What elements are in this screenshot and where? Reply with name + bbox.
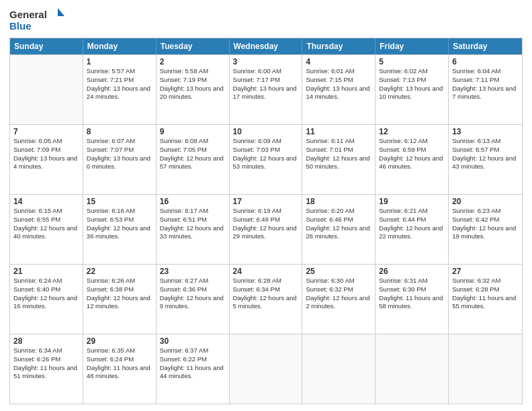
day-number: 11 — [306, 127, 371, 136]
day-info: Sunrise: 6:00 AMSunset: 7:17 PMDaylight:… — [233, 67, 299, 101]
week-row-2: 7Sunrise: 6:05 AMSunset: 7:09 PMDaylight… — [10, 124, 522, 194]
day-info: Sunrise: 6:15 AMSunset: 6:55 PMDaylight:… — [13, 207, 79, 241]
calendar-cell: 21Sunrise: 6:24 AMSunset: 6:40 PMDayligh… — [10, 265, 83, 334]
calendar-cell: 13Sunrise: 6:13 AMSunset: 6:57 PMDayligh… — [449, 125, 522, 194]
day-number: 14 — [13, 197, 79, 206]
day-info: Sunrise: 6:09 AMSunset: 7:03 PMDaylight:… — [233, 137, 299, 171]
header-day-thursday: Thursday — [302, 38, 375, 54]
day-number: 29 — [87, 336, 152, 346]
day-info: Sunrise: 6:17 AMSunset: 6:51 PMDaylight:… — [160, 207, 226, 241]
day-number: 26 — [379, 267, 445, 276]
day-number: 13 — [452, 127, 519, 136]
calendar-cell: 24Sunrise: 6:28 AMSunset: 6:34 PMDayligh… — [230, 265, 303, 334]
day-number: 8 — [87, 127, 152, 136]
calendar-cell: 19Sunrise: 6:21 AMSunset: 6:44 PMDayligh… — [375, 195, 449, 264]
header-day-sunday: Sunday — [10, 38, 83, 54]
day-number: 4 — [306, 57, 371, 66]
calendar-cell — [10, 55, 83, 124]
day-info: Sunrise: 6:19 AMSunset: 6:49 PMDaylight:… — [233, 207, 299, 241]
calendar-cell: 6Sunrise: 6:04 AMSunset: 7:11 PMDaylight… — [449, 55, 522, 124]
day-info: Sunrise: 6:37 AMSunset: 6:22 PMDaylight:… — [160, 347, 226, 381]
calendar-cell: 1Sunrise: 5:57 AMSunset: 7:21 PMDaylight… — [83, 55, 157, 124]
day-info: Sunrise: 6:12 AMSunset: 6:59 PMDaylight:… — [379, 137, 445, 171]
day-number: 3 — [233, 57, 299, 66]
calendar-cell: 27Sunrise: 6:32 AMSunset: 6:28 PMDayligh… — [449, 265, 522, 334]
day-number: 10 — [233, 127, 299, 136]
day-info: Sunrise: 6:32 AMSunset: 6:28 PMDaylight:… — [452, 277, 519, 311]
svg-marker-2 — [58, 8, 64, 16]
calendar-cell: 9Sunrise: 6:08 AMSunset: 7:05 PMDaylight… — [157, 125, 230, 194]
header-day-tuesday: Tuesday — [157, 38, 230, 54]
day-number: 18 — [306, 197, 371, 206]
calendar-cell: 2Sunrise: 5:58 AMSunset: 7:19 PMDaylight… — [157, 55, 230, 124]
week-row-4: 21Sunrise: 6:24 AMSunset: 6:40 PMDayligh… — [10, 264, 522, 334]
header-day-wednesday: Wednesday — [230, 38, 303, 54]
calendar-cell: 5Sunrise: 6:02 AMSunset: 7:13 PMDaylight… — [375, 55, 449, 124]
day-number: 6 — [452, 57, 519, 66]
week-row-5: 28Sunrise: 6:34 AMSunset: 6:26 PMDayligh… — [10, 334, 522, 404]
day-number: 2 — [160, 57, 226, 66]
calendar-cell: 18Sunrise: 6:20 AMSunset: 6:46 PMDayligh… — [302, 195, 375, 264]
calendar-page: General Blue SundayMondayTuesdayWednesda… — [0, 0, 532, 411]
calendar-header-row: SundayMondayTuesdayWednesdayThursdayFrid… — [10, 38, 522, 54]
header: General Blue — [9, 7, 523, 34]
day-info: Sunrise: 6:20 AMSunset: 6:46 PMDaylight:… — [306, 207, 371, 241]
day-number: 17 — [233, 197, 299, 206]
day-number: 30 — [160, 336, 226, 346]
day-info: Sunrise: 6:01 AMSunset: 7:15 PMDaylight:… — [306, 67, 371, 101]
calendar-cell: 22Sunrise: 6:26 AMSunset: 6:38 PMDayligh… — [83, 265, 157, 334]
calendar-cell: 4Sunrise: 6:01 AMSunset: 7:15 PMDaylight… — [302, 55, 375, 124]
day-number: 1 — [87, 57, 152, 66]
day-number: 24 — [233, 267, 299, 276]
header-day-saturday: Saturday — [449, 38, 522, 54]
day-info: Sunrise: 6:11 AMSunset: 7:01 PMDaylight:… — [306, 137, 371, 171]
calendar-cell: 7Sunrise: 6:05 AMSunset: 7:09 PMDaylight… — [10, 125, 83, 194]
day-info: Sunrise: 6:07 AMSunset: 7:07 PMDaylight:… — [87, 137, 152, 171]
logo: General Blue — [9, 7, 70, 34]
day-info: Sunrise: 6:30 AMSunset: 6:32 PMDaylight:… — [306, 277, 371, 311]
day-info: Sunrise: 6:21 AMSunset: 6:44 PMDaylight:… — [379, 207, 445, 241]
day-info: Sunrise: 6:31 AMSunset: 6:30 PMDaylight:… — [379, 277, 445, 311]
day-info: Sunrise: 6:27 AMSunset: 6:36 PMDaylight:… — [160, 277, 226, 311]
day-number: 20 — [452, 197, 519, 206]
day-info: Sunrise: 6:13 AMSunset: 6:57 PMDaylight:… — [452, 137, 519, 171]
day-number: 23 — [160, 267, 226, 276]
day-info: Sunrise: 6:24 AMSunset: 6:40 PMDaylight:… — [13, 277, 79, 311]
day-number: 19 — [379, 197, 445, 206]
day-info: Sunrise: 6:35 AMSunset: 6:24 PMDaylight:… — [87, 347, 152, 381]
calendar-cell — [302, 334, 375, 404]
calendar-cell: 20Sunrise: 6:23 AMSunset: 6:42 PMDayligh… — [449, 195, 522, 264]
calendar-cell: 23Sunrise: 6:27 AMSunset: 6:36 PMDayligh… — [157, 265, 230, 334]
week-row-1: 1Sunrise: 5:57 AMSunset: 7:21 PMDaylight… — [10, 54, 522, 124]
calendar-cell — [375, 334, 449, 404]
day-number: 28 — [13, 336, 79, 346]
calendar-cell — [230, 334, 303, 404]
day-number: 22 — [87, 267, 152, 276]
calendar-cell: 15Sunrise: 6:16 AMSunset: 6:53 PMDayligh… — [83, 195, 157, 264]
calendar-cell: 8Sunrise: 6:07 AMSunset: 7:07 PMDaylight… — [83, 125, 157, 194]
calendar-cell — [449, 334, 522, 404]
day-number: 16 — [160, 197, 226, 206]
day-number: 25 — [306, 267, 371, 276]
calendar-cell: 16Sunrise: 6:17 AMSunset: 6:51 PMDayligh… — [157, 195, 230, 264]
calendar: SundayMondayTuesdayWednesdayThursdayFrid… — [9, 38, 523, 404]
day-number: 15 — [87, 197, 152, 206]
day-info: Sunrise: 6:26 AMSunset: 6:38 PMDaylight:… — [87, 277, 152, 311]
calendar-cell: 11Sunrise: 6:11 AMSunset: 7:01 PMDayligh… — [302, 125, 375, 194]
day-info: Sunrise: 6:16 AMSunset: 6:53 PMDaylight:… — [87, 207, 152, 241]
calendar-cell: 30Sunrise: 6:37 AMSunset: 6:22 PMDayligh… — [157, 334, 230, 404]
calendar-cell: 12Sunrise: 6:12 AMSunset: 6:59 PMDayligh… — [375, 125, 449, 194]
day-info: Sunrise: 6:04 AMSunset: 7:11 PMDaylight:… — [452, 67, 519, 101]
day-info: Sunrise: 5:57 AMSunset: 7:21 PMDaylight:… — [87, 67, 152, 101]
day-number: 7 — [13, 127, 79, 136]
day-info: Sunrise: 5:58 AMSunset: 7:19 PMDaylight:… — [160, 67, 226, 101]
day-info: Sunrise: 6:08 AMSunset: 7:05 PMDaylight:… — [160, 137, 226, 171]
week-row-3: 14Sunrise: 6:15 AMSunset: 6:55 PMDayligh… — [10, 194, 522, 264]
day-info: Sunrise: 6:28 AMSunset: 6:34 PMDaylight:… — [233, 277, 299, 311]
calendar-cell: 29Sunrise: 6:35 AMSunset: 6:24 PMDayligh… — [83, 334, 157, 404]
calendar-cell: 3Sunrise: 6:00 AMSunset: 7:17 PMDaylight… — [230, 55, 303, 124]
calendar-cell: 14Sunrise: 6:15 AMSunset: 6:55 PMDayligh… — [10, 195, 83, 264]
calendar-cell: 10Sunrise: 6:09 AMSunset: 7:03 PMDayligh… — [230, 125, 303, 194]
logo-svg: General Blue — [9, 7, 70, 34]
day-number: 27 — [452, 267, 519, 276]
